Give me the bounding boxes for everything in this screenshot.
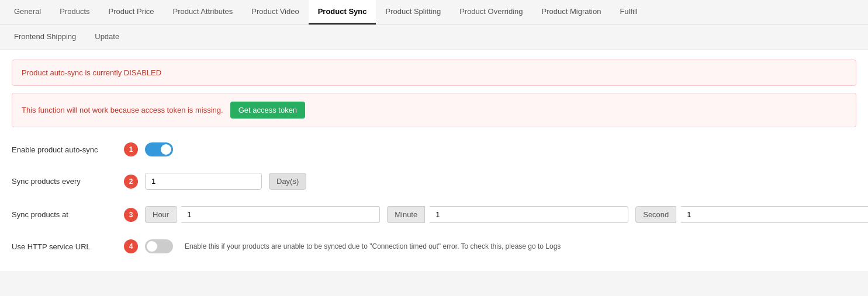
get-access-token-button[interactable]: Get access token [230, 102, 305, 119]
tab-frontend-shipping[interactable]: Frontend Shipping [5, 25, 85, 50]
form-row-enable: Enable product auto-sync 1 [12, 134, 856, 165]
main-content: Product auto-sync is currently DISABLED … [0, 50, 868, 271]
tab-general[interactable]: General [5, 0, 50, 25]
sync-at-label: Sync products at [12, 210, 117, 219]
step-badge-1: 1 [124, 142, 138, 156]
alert-disabled: Product auto-sync is currently DISABLED [12, 60, 856, 86]
tab-update[interactable]: Update [85, 25, 129, 50]
time-group-minute: Minute [387, 206, 628, 223]
hour-input[interactable] [181, 206, 380, 223]
time-group-hour: Hour [145, 206, 380, 223]
tab-bar-row2: Frontend ShippingUpdate [0, 25, 868, 50]
sync-every-label: Sync products every [12, 177, 117, 186]
tab-product-attributes[interactable]: Product Attributes [164, 0, 243, 25]
tab-bar-row1: GeneralProductsProduct PriceProduct Attr… [0, 0, 868, 25]
http-toggle-slider [145, 239, 173, 253]
step-badge-4: 4 [124, 239, 138, 253]
enable-toggle-slider [145, 142, 173, 156]
form-row-sync-at: Sync products at 3 Hour Minute Second [12, 198, 856, 231]
minute-input[interactable] [430, 206, 628, 223]
http-toggle[interactable] [145, 239, 173, 253]
alert-token-text: This function will not work because acce… [22, 106, 223, 114]
enable-toggle[interactable] [145, 142, 173, 156]
sync-every-unit: Day(s) [269, 173, 306, 190]
minute-label: Minute [387, 206, 425, 223]
alert-disabled-text: Product auto-sync is currently DISABLED [22, 68, 161, 77]
tab-product-sync[interactable]: Product Sync [309, 0, 376, 25]
step-badge-2: 2 [124, 175, 138, 189]
http-helper-text: Enable this if your products are unable … [185, 242, 561, 250]
enable-label: Enable product auto-sync [12, 145, 117, 154]
form-row-sync-every: Sync products every 2 Day(s) [12, 165, 856, 198]
tab-fulfill[interactable]: Fulfill [610, 0, 646, 25]
tab-products[interactable]: Products [50, 0, 99, 25]
tab-product-splitting[interactable]: Product Splitting [376, 0, 450, 25]
step-badge-3: 3 [124, 208, 138, 222]
sync-every-input[interactable] [145, 173, 262, 190]
hour-label: Hour [145, 206, 177, 223]
second-input[interactable] [681, 206, 868, 223]
tab-product-video[interactable]: Product Video [242, 0, 308, 25]
form-row-http: Use HTTP service URL 4 Enable this if yo… [12, 231, 856, 262]
tab-product-price[interactable]: Product Price [99, 0, 164, 25]
tab-product-overriding[interactable]: Product Overriding [450, 0, 532, 25]
http-label: Use HTTP service URL [12, 242, 117, 251]
tab-product-migration[interactable]: Product Migration [532, 0, 611, 25]
alert-token: This function will not work because acce… [12, 93, 856, 127]
time-group-second: Second [635, 206, 868, 223]
second-label: Second [635, 206, 676, 223]
